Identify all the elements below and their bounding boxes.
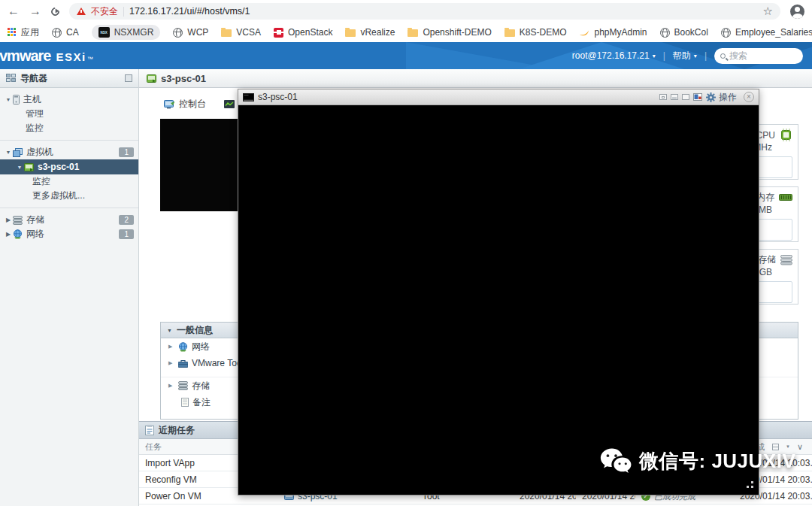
- window-size-medium-icon[interactable]: [671, 94, 678, 100]
- navigator-icon: [6, 74, 16, 83]
- folder-icon: [504, 29, 515, 37]
- recent-tasks-title: 近期任务: [159, 424, 195, 437]
- not-secure-warning-icon[interactable]: [77, 8, 86, 15]
- caret-down-icon: ▼: [4, 150, 13, 155]
- general-info-row-label: 存储: [192, 380, 210, 392]
- bookmark-label: WCP: [187, 27, 208, 38]
- display-capture-icon[interactable]: [693, 93, 702, 101]
- esxi-header: vmware ESXi ™ root@172.16.17.21 ▾ | 帮助 ▾…: [0, 42, 812, 69]
- bookmark-phpmyadmin[interactable]: phpMyAdmin: [579, 27, 647, 38]
- folder-icon: [221, 29, 232, 37]
- sidebar-item-vm-monitor[interactable]: 监控: [0, 174, 138, 189]
- window-maximize-icon[interactable]: [682, 94, 689, 100]
- bookmark-vcsa[interactable]: VCSA: [221, 27, 261, 38]
- sidebar-item-more-vms[interactable]: 更多虚拟机...: [0, 189, 138, 203]
- back-icon[interactable]: ←: [8, 5, 20, 17]
- search-icon: [720, 53, 726, 59]
- navigator-title: 导航器: [20, 72, 120, 85]
- notes-icon: [181, 398, 189, 407]
- sidebar-item-label: 虚拟机: [26, 146, 53, 159]
- omnibox-divider: [123, 7, 124, 17]
- host-icon: [13, 95, 20, 105]
- console-thumbnail[interactable]: [160, 119, 241, 211]
- sidebar-item-label: s3-psc-01: [38, 162, 79, 172]
- bookmark-apps[interactable]: 应用: [8, 26, 39, 39]
- sidebar-item-virtual-machines[interactable]: ▼ 虚拟机 1: [0, 145, 138, 159]
- main-content: s3-psc-01 控制台 监控 ▼ 一般信息 ▶: [139, 69, 812, 506]
- console-button-label: 控制台: [179, 98, 206, 111]
- sidebar-collapse-icon[interactable]: [125, 74, 132, 82]
- sidebar-item-host-monitor[interactable]: 监控: [0, 121, 138, 135]
- bookmark-wcp[interactable]: WCP: [173, 27, 208, 38]
- caret-down-icon: ▼: [4, 97, 13, 102]
- address-bar[interactable]: 不安全 172.16.17.21/ui/#/host/vms/1 ☆: [69, 3, 780, 20]
- console-button[interactable]: 控制台: [164, 97, 206, 111]
- sidebar-item-storage[interactable]: ▶ 存储 2: [0, 213, 138, 227]
- bookmark-label: phpMyAdmin: [594, 27, 647, 38]
- user-menu[interactable]: root@172.16.17.21 ▾: [572, 50, 656, 61]
- refresh-icon[interactable]: [50, 5, 61, 17]
- bookmark-openstack[interactable]: OpenStack: [274, 27, 332, 38]
- bookmark-bookcol[interactable]: BookCol: [660, 27, 708, 38]
- console-window-title: s3-psc-01: [258, 92, 656, 102]
- bookmark-employee-salaries[interactable]: Employee_Salaries: [721, 27, 812, 38]
- bookmark-label: CA: [66, 27, 79, 38]
- caret-down-icon: ▾: [694, 53, 697, 59]
- phpmyadmin-icon: [579, 29, 589, 36]
- bookmark-label: BookCol: [674, 27, 708, 38]
- column-settings-icon[interactable]: [772, 444, 779, 450]
- not-secure-label[interactable]: 不安全: [91, 5, 118, 18]
- sidebar-item-s3-psc-01[interactable]: ▼ s3-psc-01: [0, 159, 138, 174]
- sort-descending-icon[interactable]: ▼: [786, 439, 790, 455]
- window-resize-grip[interactable]: [751, 486, 753, 488]
- console-screen[interactable]: [238, 105, 759, 495]
- bookmark-ca[interactable]: CA: [52, 27, 79, 38]
- sidebar-item-label: 网络: [26, 228, 44, 241]
- console-window-titlebar[interactable]: s3-psc-01 操作 ×: [238, 89, 759, 105]
- search-input[interactable]: [729, 50, 788, 61]
- general-info-row-label: 网络: [192, 341, 210, 353]
- actions-menu[interactable]: 操作: [706, 91, 737, 104]
- bookmark-label: VCSA: [236, 27, 261, 38]
- vm-stack-icon: [13, 148, 23, 157]
- globe-icon: [721, 28, 731, 38]
- brand-vmware: vmware: [0, 47, 51, 65]
- sidebar-item-host[interactable]: ▼ 主机: [0, 92, 138, 107]
- bookmark-openshift-demo[interactable]: Openshift-DEMO: [408, 27, 491, 38]
- caret-right-icon: ▶: [4, 217, 13, 223]
- vm-icon: [24, 163, 34, 171]
- vm-page-title: s3-psc-01: [161, 73, 206, 84]
- bookmark-label: Employee_Salaries: [735, 27, 812, 38]
- sidebar-item-manage[interactable]: 管理: [0, 107, 138, 121]
- memory-icon: [779, 194, 792, 201]
- bookmark-label: NSXMGR: [114, 27, 154, 38]
- gear-icon: [706, 92, 716, 102]
- window-size-small-icon[interactable]: [659, 94, 667, 100]
- storage-icon: [178, 381, 188, 390]
- nsx-icon: NSX: [98, 27, 110, 38]
- bookmark-k8s-demo[interactable]: K8S-DEMO: [504, 27, 567, 38]
- forward-icon[interactable]: →: [29, 5, 41, 17]
- bookmark-nsxmgr[interactable]: NSX NSXMGR: [92, 25, 161, 40]
- caret-right-icon: ▶: [168, 344, 174, 350]
- brand-tm: ™: [87, 56, 93, 62]
- help-menu[interactable]: 帮助 ▾: [673, 50, 697, 62]
- panel-collapse-icon[interactable]: ∨: [797, 439, 803, 455]
- bookmark-star-icon[interactable]: ☆: [763, 5, 773, 18]
- network-icon: [13, 229, 23, 239]
- browser-profile-avatar[interactable]: [790, 5, 804, 19]
- url-text[interactable]: 172.16.17.21/ui/#/host/vms/1: [129, 6, 758, 17]
- navigator-sidebar: 导航器 ▼ 主机 管理 监控 ▼ 虚拟机: [0, 69, 139, 506]
- bookmark-vrealize[interactable]: vRealize: [345, 27, 395, 38]
- sidebar-item-label: 主机: [23, 93, 41, 106]
- cpu-icon: [780, 129, 792, 141]
- sidebar-item-networking[interactable]: ▶ 网络 1: [0, 227, 138, 241]
- caret-right-icon: ▶: [4, 231, 13, 238]
- search-box[interactable]: [714, 48, 803, 64]
- count-badge: 1: [119, 229, 134, 239]
- network-icon: [178, 342, 188, 352]
- caret-down-icon: ▾: [653, 53, 656, 59]
- general-info-title: 一般信息: [177, 324, 213, 337]
- close-icon[interactable]: ×: [744, 92, 754, 102]
- vmware-esxi-logo: vmware ESXi ™: [0, 47, 93, 65]
